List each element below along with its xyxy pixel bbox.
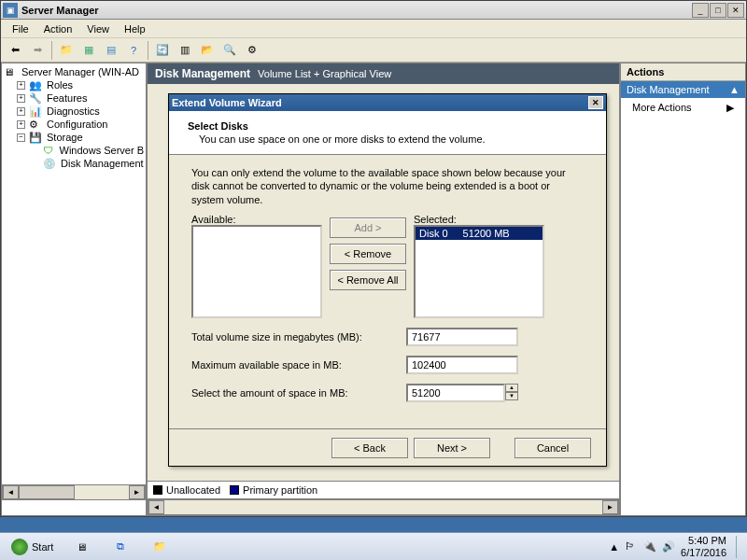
wizard-subheading: You can use space on one or more disks t… bbox=[199, 133, 587, 145]
total-size-label: Total volume size in megabytes (MB): bbox=[191, 331, 406, 343]
wizard-titlebar[interactable]: Extend Volume Wizard ✕ bbox=[169, 94, 606, 111]
remove-all-button[interactable]: < Remove All bbox=[330, 270, 406, 290]
show-desktop-button[interactable] bbox=[736, 536, 743, 558]
menu-view[interactable]: View bbox=[79, 21, 117, 36]
app-icon: ▣ bbox=[3, 3, 18, 18]
help-icon[interactable]: ? bbox=[123, 40, 144, 61]
amount-spinner[interactable]: ▲▼ bbox=[505, 384, 518, 402]
tree-storage[interactable]: −💾Storage bbox=[17, 131, 144, 144]
roles-icon: 👥 bbox=[29, 79, 44, 91]
dm-header: Disk Management Volume List + Graphical … bbox=[148, 63, 619, 84]
storage-icon: 💾 bbox=[29, 132, 44, 143]
amount-label: Select the amount of space in MB: bbox=[191, 387, 406, 399]
toolbar: ⬅ ➡ 📁 ▦ ▤ ? 🔄 ▥ 📂 🔍 ⚙ bbox=[1, 38, 746, 63]
cancel-button[interactable]: Cancel bbox=[514, 438, 591, 458]
tree-disk-mgmt[interactable]: 💿Disk Management bbox=[43, 157, 144, 170]
tree-roles[interactable]: +👥Roles bbox=[17, 78, 144, 91]
task-server-manager[interactable]: 🖥 bbox=[63, 536, 100, 558]
primary-swatch bbox=[230, 485, 239, 495]
server-icon: 🖥 bbox=[4, 66, 19, 77]
actions-section[interactable]: Disk Management▲ bbox=[621, 81, 745, 98]
wizard-footer: < Back Next > Cancel bbox=[169, 428, 606, 466]
spin-down-icon: ▼ bbox=[505, 392, 518, 400]
amount-input[interactable]: 51200 bbox=[406, 384, 505, 402]
menu-file[interactable]: File bbox=[5, 21, 36, 36]
window-title: Server Manager bbox=[21, 5, 691, 16]
maximize-button[interactable]: □ bbox=[710, 3, 726, 18]
features-icon: 🔧 bbox=[29, 92, 44, 104]
menubar: File Action View Help bbox=[1, 20, 746, 38]
menu-action[interactable]: Action bbox=[36, 21, 80, 36]
tree-diagnostics[interactable]: +📊Diagnostics bbox=[17, 105, 144, 118]
more-actions[interactable]: More Actions▶ bbox=[621, 98, 745, 118]
actions-header: Actions bbox=[621, 63, 745, 81]
system-tray: ▲ 🏳 🔌 🔊 5:40 PM 6/17/2016 bbox=[609, 535, 743, 557]
diagnostics-icon: 📊 bbox=[29, 105, 44, 117]
show-hide-icon[interactable]: ▦ bbox=[78, 40, 99, 61]
wizard-title: Extend Volume Wizard bbox=[172, 97, 282, 108]
wizard-header: Select Disks You can use space on one or… bbox=[169, 111, 606, 155]
properties-icon[interactable]: ▤ bbox=[101, 40, 121, 61]
tray-sound-icon[interactable]: 🔊 bbox=[662, 540, 675, 553]
titlebar[interactable]: ▣ Server Manager _ □ ✕ bbox=[1, 1, 746, 20]
legend: Unallocated Primary partition bbox=[148, 481, 619, 499]
tree-panel: 🖥Server Manager (WIN-AD +👥Roles +🔧Featur… bbox=[1, 63, 147, 516]
menu-help[interactable]: Help bbox=[117, 21, 153, 36]
clock[interactable]: 5:40 PM 6/17/2016 bbox=[681, 535, 730, 557]
extend-volume-wizard: Extend Volume Wizard ✕ Select Disks You … bbox=[168, 93, 607, 467]
minimize-button[interactable]: _ bbox=[692, 3, 709, 18]
list-icon[interactable]: ▥ bbox=[175, 40, 195, 61]
center-scrollbar[interactable]: ◄► bbox=[148, 499, 619, 515]
backup-icon: 🛡 bbox=[43, 145, 57, 156]
selected-listbox[interactable]: Disk 051200 MB bbox=[414, 225, 544, 318]
close-button[interactable]: ✕ bbox=[727, 3, 744, 18]
open-icon[interactable]: 📂 bbox=[197, 40, 218, 61]
dm-title: Disk Management bbox=[155, 67, 250, 80]
task-explorer[interactable]: 📁 bbox=[141, 536, 178, 558]
selected-item[interactable]: Disk 051200 MB bbox=[416, 227, 543, 240]
spin-up-icon: ▲ bbox=[505, 384, 518, 392]
max-space-label: Maximum available space in MB: bbox=[191, 359, 406, 371]
taskbar: Start 🖥 ⧉ 📁 ▲ 🏳 🔌 🔊 5:40 PM 6/17/2016 bbox=[0, 532, 747, 560]
selected-label: Selected: bbox=[414, 214, 544, 225]
config-icon: ⚙ bbox=[29, 119, 44, 130]
dm-subtitle: Volume List + Graphical View bbox=[258, 68, 391, 79]
wizard-close-button[interactable]: ✕ bbox=[588, 96, 603, 109]
unalloc-swatch bbox=[153, 485, 162, 495]
total-size-value: 71677 bbox=[406, 328, 518, 346]
tray-network-icon[interactable]: 🔌 bbox=[643, 540, 656, 553]
up-icon[interactable]: 📁 bbox=[56, 40, 77, 61]
available-label: Available: bbox=[191, 214, 322, 225]
task-powershell[interactable]: ⧉ bbox=[102, 536, 139, 558]
tree-root[interactable]: 🖥Server Manager (WIN-AD bbox=[4, 65, 144, 78]
available-listbox[interactable] bbox=[191, 225, 322, 318]
disk-icon: 💿 bbox=[43, 158, 58, 169]
actions-panel: Actions Disk Management▲ More Actions▶ bbox=[620, 63, 746, 516]
tray-show-hidden-icon[interactable]: ▲ bbox=[609, 541, 619, 553]
next-button[interactable]: Next > bbox=[414, 438, 490, 458]
legend-unalloc: Unallocated bbox=[166, 484, 220, 496]
tray-flag-icon[interactable]: 🏳 bbox=[625, 540, 638, 553]
legend-primary: Primary partition bbox=[243, 484, 317, 496]
start-orb-icon bbox=[11, 539, 28, 555]
refresh-icon[interactable]: 🔄 bbox=[152, 40, 173, 61]
settings-icon[interactable]: ⚙ bbox=[242, 40, 262, 61]
tree-features[interactable]: +🔧Features bbox=[17, 91, 144, 105]
back-button[interactable]: < Back bbox=[331, 438, 408, 458]
wizard-note: You can only extend the volume to the av… bbox=[191, 166, 584, 206]
find-icon[interactable]: 🔍 bbox=[219, 40, 240, 61]
max-space-value: 102400 bbox=[406, 356, 518, 374]
chevron-right-icon: ▶ bbox=[726, 102, 734, 114]
collapse-icon: ▲ bbox=[729, 84, 740, 95]
remove-button[interactable]: < Remove bbox=[330, 244, 406, 264]
add-button[interactable]: Add > bbox=[330, 217, 406, 238]
wizard-heading: Select Disks bbox=[188, 120, 587, 132]
tree-wsb[interactable]: 🛡Windows Server B bbox=[43, 144, 144, 157]
tree-configuration[interactable]: +⚙Configuration bbox=[17, 118, 144, 131]
tree-scrollbar[interactable]: ◄► bbox=[2, 484, 146, 500]
forward-icon[interactable]: ➡ bbox=[27, 40, 48, 61]
wizard-body: You can only extend the volume to the av… bbox=[169, 155, 606, 413]
start-button[interactable]: Start bbox=[4, 536, 61, 558]
back-icon[interactable]: ⬅ bbox=[5, 40, 25, 61]
